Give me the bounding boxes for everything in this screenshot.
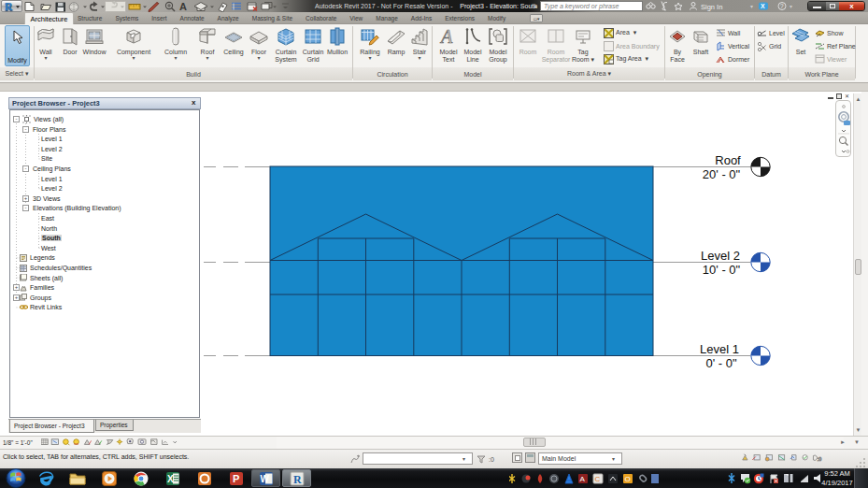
svg-text:W: W <box>261 474 270 484</box>
svg-text:Level 2: Level 2 <box>701 249 740 263</box>
svg-text:0' - 0": 0' - 0" <box>705 356 736 370</box>
svg-text:Roof: Roof <box>715 153 741 167</box>
svg-text:Level 1: Level 1 <box>700 342 739 356</box>
svg-text:C: C <box>595 475 601 483</box>
svg-text:X: X <box>167 474 174 484</box>
svg-text:A: A <box>580 475 586 483</box>
svg-text:10' - 0": 10' - 0" <box>703 263 741 277</box>
svg-text:O: O <box>625 475 631 483</box>
svg-text::0: :0 <box>818 456 821 462</box>
svg-text:20' - 0": 20' - 0" <box>703 167 741 181</box>
svg-text::0: :0 <box>489 456 494 463</box>
svg-text:R: R <box>293 472 302 485</box>
svg-text:P: P <box>233 473 239 484</box>
